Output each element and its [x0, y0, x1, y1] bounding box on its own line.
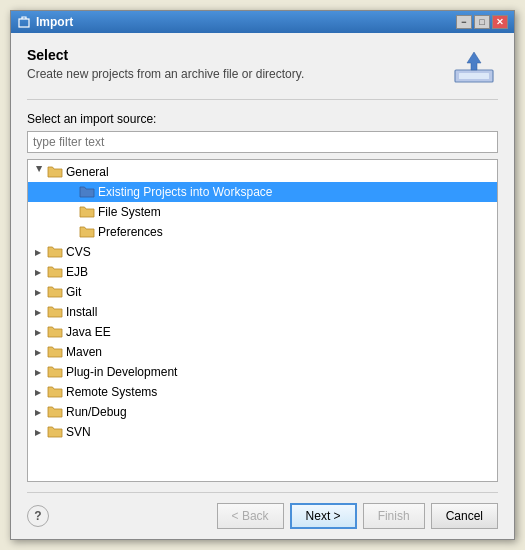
- folder-icon-pref: [79, 225, 95, 239]
- expand-arrow-rundebug: [32, 406, 44, 418]
- tree-item-preferences-label: Preferences: [98, 225, 163, 239]
- back-button[interactable]: < Back: [217, 503, 284, 529]
- folder-icon-existing: [79, 185, 95, 199]
- folder-icon-fs: [79, 205, 95, 219]
- minimize-button[interactable]: −: [456, 15, 472, 29]
- tree-item-ejb[interactable]: EJB: [28, 262, 497, 282]
- header-subtitle: Create new projects from an archive file…: [27, 67, 440, 81]
- expand-arrow-install: [32, 306, 44, 318]
- folder-icon-plugin: [47, 365, 63, 379]
- import-svg-icon: [453, 48, 495, 86]
- tree-item-general-label: General: [66, 165, 109, 179]
- header-text: Select Create new projects from an archi…: [27, 47, 440, 81]
- tree-item-git-label: Git: [66, 285, 81, 299]
- window-title: Import: [36, 15, 456, 29]
- dialog-content: Select Create new projects from an archi…: [11, 33, 514, 539]
- tree-item-maven[interactable]: Maven: [28, 342, 497, 362]
- tree-item-maven-label: Maven: [66, 345, 102, 359]
- filter-input[interactable]: [27, 131, 498, 153]
- tree-item-javaee[interactable]: Java EE: [28, 322, 497, 342]
- tree-item-svn-label: SVN: [66, 425, 91, 439]
- expand-arrow-general: ▶: [32, 166, 44, 178]
- tree-list: ▶ General ▶ Exis: [28, 160, 497, 444]
- tree-item-git[interactable]: Git: [28, 282, 497, 302]
- tree-item-existing-label: Existing Projects into Workspace: [98, 185, 273, 199]
- window-icon: [17, 15, 31, 29]
- tree-item-plugin[interactable]: Plug-in Development: [28, 362, 497, 382]
- help-button[interactable]: ?: [27, 505, 49, 527]
- title-bar: Import − □ ✕: [11, 11, 514, 33]
- tree-item-plugin-label: Plug-in Development: [66, 365, 177, 379]
- folder-icon-git: [47, 285, 63, 299]
- folder-icon-general: [47, 165, 63, 179]
- tree-item-install[interactable]: Install: [28, 302, 497, 322]
- svg-rect-2: [459, 73, 489, 79]
- svg-marker-3: [467, 52, 481, 70]
- tree-item-svn[interactable]: SVN: [28, 422, 497, 442]
- next-button[interactable]: Next >: [290, 503, 357, 529]
- tree-item-javaee-label: Java EE: [66, 325, 111, 339]
- header-section: Select Create new projects from an archi…: [27, 47, 498, 100]
- expand-arrow-maven: [32, 346, 44, 358]
- expand-arrow-javaee: [32, 326, 44, 338]
- folder-icon-maven: [47, 345, 63, 359]
- footer-buttons: ? < Back Next > Finish Cancel: [27, 492, 498, 529]
- folder-icon-remote: [47, 385, 63, 399]
- tree-item-preferences[interactable]: ▶ Preferences: [28, 222, 497, 242]
- tree-item-filesystem[interactable]: ▶ File System: [28, 202, 497, 222]
- expand-arrow-svn: [32, 426, 44, 438]
- tree-item-ejb-label: EJB: [66, 265, 88, 279]
- tree-item-cvs[interactable]: CVS: [28, 242, 497, 262]
- svg-rect-0: [19, 19, 29, 27]
- expand-arrow-cvs: [32, 246, 44, 258]
- tree-item-general[interactable]: ▶ General: [28, 162, 497, 182]
- tree-container: ▶ General ▶ Exis: [27, 159, 498, 482]
- folder-icon-install: [47, 305, 63, 319]
- folder-icon-javaee: [47, 325, 63, 339]
- tree-item-rundebug[interactable]: Run/Debug: [28, 402, 497, 422]
- expand-arrow-remote: [32, 386, 44, 398]
- close-button[interactable]: ✕: [492, 15, 508, 29]
- maximize-button[interactable]: □: [474, 15, 490, 29]
- finish-button[interactable]: Finish: [363, 503, 425, 529]
- folder-icon-rundebug: [47, 405, 63, 419]
- folder-icon-ejb: [47, 265, 63, 279]
- section-label: Select an import source:: [27, 112, 498, 126]
- window-controls: − □ ✕: [456, 15, 508, 29]
- import-dialog: Import − □ ✕ Select Create new projects …: [10, 10, 515, 540]
- tree-item-remote-label: Remote Systems: [66, 385, 157, 399]
- folder-icon-svn: [47, 425, 63, 439]
- tree-item-existing-projects[interactable]: ▶ Existing Projects into Workspace: [28, 182, 497, 202]
- tree-item-remote[interactable]: Remote Systems: [28, 382, 497, 402]
- tree-item-filesystem-label: File System: [98, 205, 161, 219]
- header-title: Select: [27, 47, 440, 63]
- folder-icon-cvs: [47, 245, 63, 259]
- expand-arrow-ejb: [32, 266, 44, 278]
- expand-arrow-git: [32, 286, 44, 298]
- expand-arrow-plugin: [32, 366, 44, 378]
- tree-item-cvs-label: CVS: [66, 245, 91, 259]
- import-icon: [450, 47, 498, 87]
- tree-item-rundebug-label: Run/Debug: [66, 405, 127, 419]
- cancel-button[interactable]: Cancel: [431, 503, 498, 529]
- tree-item-install-label: Install: [66, 305, 97, 319]
